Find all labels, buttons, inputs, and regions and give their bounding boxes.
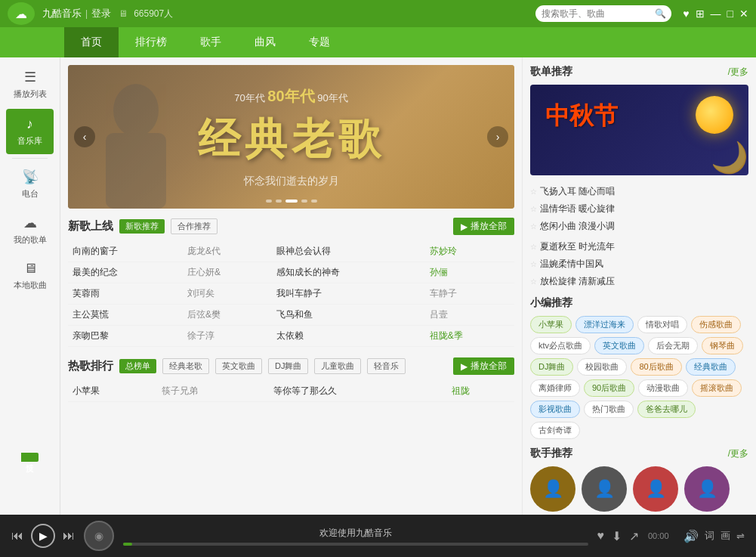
hot-tab-children[interactable]: 儿童歌曲 (314, 358, 361, 374)
sidebar-item-library[interactable]: ♪ 音乐库 (6, 109, 54, 154)
download-button[interactable]: ⬇ (612, 529, 622, 543)
list-item[interactable]: ☆ 悠闲小曲 浪漫小调 (530, 218, 640, 235)
sidebar-item-playlist[interactable]: ☰ 播放列表 (0, 61, 60, 107)
artist-item[interactable]: 👤 (684, 466, 730, 512)
playlist-icon: ☰ (24, 69, 36, 85)
artist-recommend-more[interactable]: /更多 (728, 447, 748, 460)
new-songs-tab-partner[interactable]: 合作推荐 (171, 218, 218, 234)
search-input[interactable] (542, 8, 655, 19)
tag-item[interactable]: 90后歌曲 (584, 379, 634, 397)
tag-item[interactable]: 后会无期 (648, 337, 698, 354)
tag-item[interactable]: 经典歌曲 (686, 358, 736, 376)
tag-item[interactable]: 80后歌曲 (631, 358, 681, 376)
tag-item[interactable]: 情歌对唱 (637, 316, 687, 333)
hot-tab-classic[interactable]: 经典老歌 (162, 358, 209, 374)
maximize-button[interactable]: □ (727, 8, 733, 20)
tag-item[interactable]: 伤感歌曲 (691, 316, 741, 333)
hot-tab-light[interactable]: 轻音乐 (367, 358, 406, 374)
sidebar-item-my-playlist[interactable]: ☁ 我的歌单 (0, 207, 60, 253)
tag-item[interactable]: 热门歌曲 (584, 401, 634, 418)
search-icon[interactable]: 🔍 (655, 8, 666, 19)
favorite-button[interactable]: ♥ (597, 529, 605, 543)
user-count-icon: 🖥 (119, 8, 128, 19)
search-box[interactable]: 🔍 (535, 5, 671, 22)
list-item[interactable]: ☆ 夏逝秋至 时光流年 (530, 238, 640, 255)
nav-special[interactable]: 专题 (292, 27, 347, 57)
banner-sub-text: 怀念我们逝去的岁月 (198, 175, 385, 188)
lyrics-button[interactable]: 词 (705, 529, 714, 543)
sidebar-divider-1 (12, 158, 48, 159)
tag-item[interactable]: 校园歌曲 (577, 358, 627, 376)
sidebar-label-radio: 电台 (22, 188, 39, 200)
tag-item[interactable]: 摇滚歌曲 (692, 379, 742, 397)
nav-home[interactable]: 首页 (64, 27, 119, 57)
nav-artists[interactable]: 歌手 (184, 27, 238, 57)
sidebar-item-local[interactable]: 🖥 本地歌曲 (0, 253, 60, 299)
play-button[interactable]: ▶ (31, 524, 55, 548)
artist-item[interactable]: 👤 (530, 466, 575, 512)
recommend-tags: 小苹果 漂洋过海来 情歌对唱 伤感歌曲 ktv必点歌曲 英文歌曲 后会无期 钢琴… (530, 316, 748, 439)
tag-item[interactable]: 英文歌曲 (594, 337, 644, 354)
table-row[interactable]: 小苹果 筷子兄弟 等你等了那么久 祖陇 (68, 381, 514, 402)
new-songs-play-all[interactable]: ▶ 播放全部 (453, 218, 514, 235)
playlist-title: 歌单推荐 (530, 65, 572, 79)
tag-item[interactable]: 动漫歌曲 (638, 379, 688, 397)
content-area: 70年代 80年代 90年代 经典老歌 怀念我们逝去的岁月 ‹ › 新歌上线 (60, 57, 522, 515)
hot-tab-all[interactable]: 总榜单 (119, 359, 156, 373)
tag-item[interactable]: 漂洋过海来 (575, 316, 634, 333)
list-item[interactable]: ☆ 放松旋律 清新减压 (530, 273, 640, 290)
list-item[interactable]: ☆ 温情华语 暖心旋律 (530, 200, 640, 218)
banner-next-button[interactable]: › (487, 126, 508, 147)
table-row[interactable]: 向南的窗子 庞龙&代 眼神总会认得 苏妙玲 (68, 241, 514, 262)
volume-button[interactable]: 🔊 (683, 529, 699, 543)
tag-item[interactable]: 钢琴曲 (702, 337, 743, 354)
banner-main-text: 经典老歌 (198, 111, 385, 169)
settings-icon[interactable]: ♥ (683, 8, 689, 20)
svg-rect-1 (106, 133, 166, 209)
playlist-more[interactable]: /更多 (728, 66, 748, 79)
feedback-button[interactable]: 反馈 (21, 453, 39, 462)
new-songs-tab-recommend[interactable]: 新歌推荐 (119, 219, 165, 234)
login-link[interactable]: 登录 (91, 7, 111, 20)
main-layout: ☰ 播放列表 ♪ 音乐库 📡 电台 ☁ 我的歌单 🖥 本地歌曲 反馈 (0, 57, 756, 515)
tag-item[interactable]: 爸爸去哪儿 (637, 401, 696, 418)
skin-button[interactable]: 画 (721, 529, 730, 543)
tag-item[interactable]: 影视歌曲 (530, 401, 580, 418)
player-actions: ♥ ⬇ ↗ (597, 529, 640, 543)
tag-item[interactable]: 古剑奇谭 (530, 422, 580, 439)
share-button[interactable]: ↗ (629, 529, 639, 543)
artist-item[interactable]: 👤 (633, 466, 678, 512)
shuffle-button[interactable]: ⇌ (736, 531, 745, 542)
tag-item[interactable]: DJ舞曲 (530, 358, 573, 376)
playlist-festival-banner[interactable]: 中秋节 🌙 (530, 85, 748, 175)
screen-icon[interactable]: ⊞ (696, 8, 705, 20)
progress-bar[interactable] (123, 543, 588, 546)
album-cover: ◉ (84, 521, 114, 551)
hot-tab-dj[interactable]: DJ舞曲 (268, 358, 308, 374)
next-button[interactable]: ⏭ (63, 529, 75, 543)
hot-songs-play-all[interactable]: ▶ 播放全部 (453, 357, 514, 375)
table-row[interactable]: 主公莫慌 后弦&樊 飞鸟和鱼 吕壹 (68, 305, 514, 326)
table-row[interactable]: 芙蓉雨 刘珂矣 我叫车静子 车静子 (68, 283, 514, 305)
sidebar-item-radio[interactable]: 📡 电台 (0, 161, 60, 207)
player-progress-area: 欢迎使用九酷音乐 (123, 527, 588, 546)
hero-banner: 70年代 80年代 90年代 经典老歌 怀念我们逝去的岁月 ‹ › (68, 65, 514, 209)
nav-charts[interactable]: 排行榜 (119, 27, 184, 57)
editor-recommend-section: 小编推荐 小苹果 漂洋过海来 情歌对唱 伤感歌曲 ktv必点歌曲 英文歌曲 后会… (530, 296, 748, 439)
nav-genre[interactable]: 曲风 (238, 27, 292, 57)
list-item[interactable]: ☆ 温婉柔情中国风 (530, 255, 640, 273)
table-row[interactable]: 亲吻巴黎 徐子淳 太依赖 祖陇&季 (68, 326, 514, 347)
tag-item[interactable]: 小苹果 (530, 316, 572, 333)
hot-tab-english[interactable]: 英文歌曲 (215, 358, 262, 374)
player-right-controls: 🔊 词 画 ⇌ (683, 529, 745, 543)
list-item[interactable]: ☆ 飞扬入耳 随心而唱 (530, 183, 640, 200)
prev-button[interactable]: ⏮ (11, 529, 23, 543)
close-button[interactable]: ✕ (739, 8, 748, 20)
artist-item[interactable]: 👤 (582, 466, 627, 512)
play-icon-2: ▶ (461, 361, 467, 372)
tag-item[interactable]: ktv必点歌曲 (530, 337, 591, 354)
table-row[interactable]: 最美的纪念 庄心妍& 感知成长的神奇 孙俪 (68, 262, 514, 283)
right-panel: 歌单推荐 /更多 中秋节 🌙 ☆ 飞扬入耳 随心而唱 ☆ 温情华语 (522, 57, 756, 515)
minimize-button[interactable]: — (711, 8, 721, 20)
tag-item[interactable]: 离婚律师 (530, 379, 580, 397)
